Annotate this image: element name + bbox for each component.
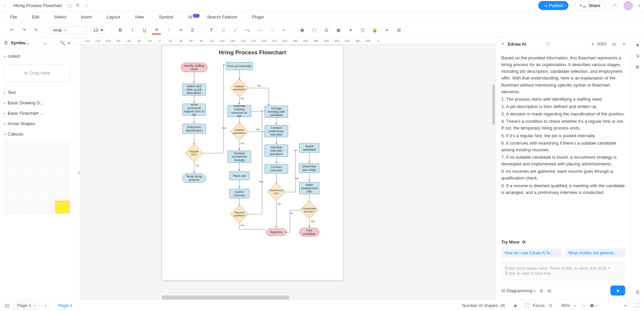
publish-button[interactable]: ◅Publish xyxy=(538,1,569,10)
transform-icon[interactable]: ◫ xyxy=(358,26,367,35)
node-regular-hire[interactable]: Regular hire? xyxy=(185,144,203,162)
tools-icon[interactable]: ✕ xyxy=(382,26,391,35)
callout-thumb[interactable] xyxy=(55,156,70,169)
callout-thumb[interactable] xyxy=(4,141,19,155)
zoom-out-icon[interactable]: − xyxy=(582,303,585,308)
group-icon[interactable]: ▦ xyxy=(334,26,343,35)
suggestion-2[interactable]: What models are general... xyxy=(565,249,626,257)
menu-plugin[interactable]: Plugin xyxy=(252,14,264,19)
send-button[interactable]: ➤ xyxy=(610,286,625,296)
callout-thumb[interactable] xyxy=(4,156,19,169)
suggestion-1[interactable]: How do I use Edraw AI fo... xyxy=(501,249,562,257)
section-basic-drawing[interactable]: ▸Basic Drawing S... xyxy=(4,98,70,108)
bring-front-icon[interactable]: ▣ xyxy=(298,26,307,35)
ai-input[interactable]: Enter your query here. Press Enter to se… xyxy=(501,262,625,280)
menu-search[interactable]: Search Feature xyxy=(207,14,237,19)
dash-style-icon[interactable]: ┅ xyxy=(279,26,288,35)
node-define-jd[interactable]: Define and write up job description xyxy=(182,84,206,96)
drag-drop-zone[interactable]: ⊕Drag Here xyxy=(4,64,70,82)
refresh-icon[interactable]: ⟳ xyxy=(522,240,526,245)
section-arrow-shapes[interactable]: ▸Arrow Shapes xyxy=(4,118,70,129)
library-icon[interactable]: ☰ xyxy=(4,40,8,45)
callout-thumb[interactable] xyxy=(21,156,36,169)
star-icon[interactable]: ☆ xyxy=(85,3,89,8)
focus-icon[interactable]: ⛶ xyxy=(524,303,529,308)
avatar[interactable] xyxy=(624,1,633,10)
pages-icon[interactable]: ▯▯ xyxy=(5,303,9,308)
section-text[interactable]: ▸Text xyxy=(4,87,70,98)
canvas[interactable]: Hring Process Flowchart Identify staffin… xyxy=(81,44,496,300)
node-arrange-meeting[interactable]: Arrange meeting with candidate xyxy=(265,106,288,118)
callout-thumb[interactable] xyxy=(38,141,53,155)
node-preliminary-interview[interactable]: Conduct preliminary interview xyxy=(265,125,288,137)
back-icon[interactable]: ‹ xyxy=(4,3,11,8)
node-candidate-accepts[interactable]: Candiadate accepts? xyxy=(300,201,318,219)
menu-view[interactable]: View xyxy=(135,14,144,19)
ai-mode-select[interactable]: AI Diagramming▴ xyxy=(501,288,536,293)
node-suitable2[interactable]: Suitable candidate? xyxy=(230,122,248,141)
template-icon[interactable]: ▤ xyxy=(547,288,551,293)
effects-icon[interactable]: ✦ xyxy=(346,26,355,35)
node-examine-resumes[interactable]: Examine existing resumes on fire xyxy=(228,105,251,117)
line-style-icon[interactable]: — xyxy=(255,26,264,35)
align-objects-icon[interactable]: ⊟ xyxy=(322,26,331,35)
add-page-icon[interactable]: ＋ xyxy=(43,303,48,309)
menu-layout[interactable]: Layout xyxy=(107,14,120,19)
node-recruitment-strategy[interactable]: Develop recruitment strategy xyxy=(228,151,251,163)
menu-edit[interactable]: Edit xyxy=(32,14,39,19)
callout-thumb[interactable] xyxy=(55,141,70,155)
callout-thumb[interactable] xyxy=(38,186,53,199)
save-icon[interactable]: ▢ xyxy=(67,3,72,8)
node-interview-questions[interactable]: Develop interview questions xyxy=(265,145,288,157)
zoom-level[interactable]: 40% xyxy=(561,303,570,308)
node-post-internal[interactable]: Post job internally xyxy=(226,62,253,70)
format-painter-icon[interactable]: ✎ xyxy=(32,26,40,35)
bold-icon[interactable]: B xyxy=(116,26,125,35)
connector-icon[interactable]: ⌐˪ xyxy=(243,26,252,35)
search-icon[interactable]: 🔍 xyxy=(60,40,65,45)
redo-icon[interactable]: ↷ xyxy=(19,26,28,35)
callout-thumb[interactable] xyxy=(21,186,36,199)
lock-icon[interactable]: 🔒 xyxy=(370,26,379,35)
text-tool-icon[interactable]: T xyxy=(207,26,216,35)
line-color-icon[interactable]: ／ xyxy=(231,26,240,35)
arrow-style-icon[interactable]: → xyxy=(267,26,276,35)
vertical-scrollbar[interactable] xyxy=(492,85,495,125)
more-icon[interactable]: ☰ xyxy=(636,290,640,295)
page-select[interactable]: Page-1▾ xyxy=(13,302,39,309)
text-style-icon[interactable]: T xyxy=(164,26,173,35)
font-select[interactable]: Arial▾ xyxy=(50,26,87,34)
diamond-icon[interactable]: ◈ xyxy=(636,42,639,47)
menu-insert[interactable]: Insert xyxy=(81,14,92,19)
node-conduct-interview[interactable]: Conduct interview xyxy=(265,164,288,173)
underline-icon[interactable]: U xyxy=(140,26,149,35)
italic-icon[interactable]: I xyxy=(128,26,137,35)
zoom-slider[interactable] xyxy=(589,305,599,306)
node-place-ads[interactable]: Place ads xyxy=(229,171,249,180)
horizontal-scrollbar[interactable] xyxy=(162,296,289,300)
callout-thumb[interactable] xyxy=(4,200,19,214)
node-gather-resumes[interactable]: Gather resumes xyxy=(229,189,249,198)
section-basic-flowchart[interactable]: ▸Basic Flowchart ... xyxy=(4,108,70,118)
node-references-ok[interactable]: References OK? xyxy=(267,183,285,201)
help-icon[interactable]: ? xyxy=(611,2,618,9)
node-resume-qualified[interactable]: Resume qualified? xyxy=(230,205,248,223)
cart-icon[interactable]: 🛍 xyxy=(612,42,616,47)
node-pay-range[interactable]: Determine pay range xyxy=(299,163,319,173)
callout-thumb[interactable] xyxy=(55,200,70,214)
fullscreen-icon[interactable]: ⛶ xyxy=(635,303,639,308)
node-temp-hiring[interactable]: Temp hiring process xyxy=(182,173,206,183)
callout-thumb[interactable] xyxy=(21,141,36,155)
layers-icon[interactable]: ◈ xyxy=(514,303,517,308)
play-icon[interactable]: ⊙ xyxy=(549,303,552,308)
expand-icon[interactable]: ⌄ xyxy=(43,40,47,45)
callout-thumb[interactable] xyxy=(38,200,53,214)
menu-ai[interactable]: AIhot xyxy=(188,14,192,19)
node-classification[interactable]: Determine classification xyxy=(182,124,206,134)
layout-icon[interactable]: ⊞ xyxy=(395,26,403,35)
node-identify-need[interactable]: Identify staffing need xyxy=(181,63,208,72)
info-icon[interactable]: ? xyxy=(545,41,551,47)
callout-thumb[interactable] xyxy=(21,171,36,184)
callout-thumb[interactable] xyxy=(38,156,53,169)
node-hire-candidate[interactable]: Hire candidate xyxy=(299,228,319,237)
